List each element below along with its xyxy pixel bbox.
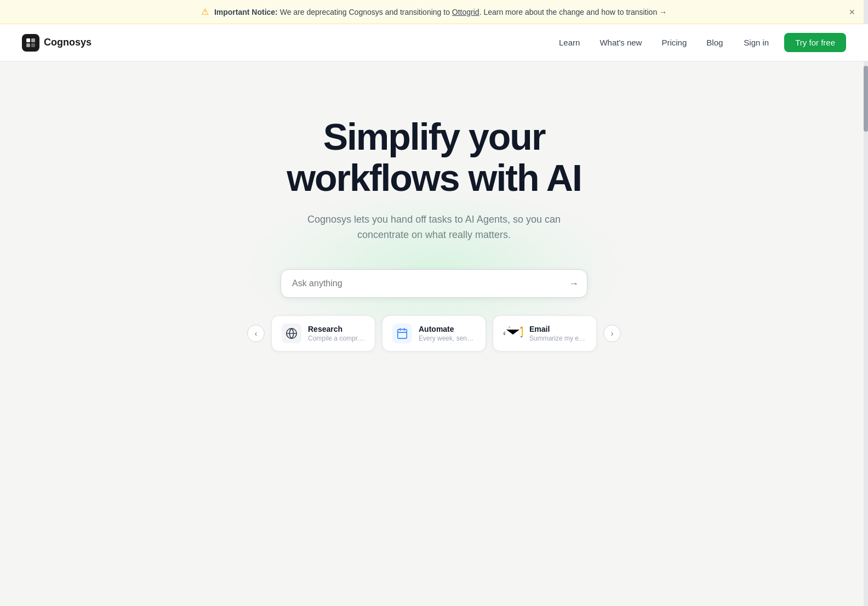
svg-rect-6 <box>398 330 407 339</box>
svg-rect-2 <box>26 43 30 47</box>
svg-rect-1 <box>31 38 35 42</box>
research-text: Research Compile a comprehensive.... <box>308 325 365 342</box>
logo[interactable]: Cognosys <box>22 34 92 52</box>
search-container: → <box>281 269 587 298</box>
nav-try-free-button[interactable]: Try for free <box>784 33 846 52</box>
nav-learn[interactable]: Learn <box>551 33 587 52</box>
warning-icon: ⚠ <box>201 7 209 17</box>
svg-rect-0 <box>26 38 30 42</box>
automate-icon <box>392 324 412 343</box>
notice-body: We are deprecating Cognosys and transiti… <box>280 8 452 16</box>
research-title: Research <box>308 325 365 333</box>
automate-desc: Every week, send me a... <box>419 335 476 342</box>
nav-whats-new[interactable]: What's new <box>592 33 649 52</box>
suggestion-card-automate[interactable]: Automate Every week, send me a... <box>382 315 486 352</box>
scrollbar[interactable] <box>864 0 868 606</box>
research-icon <box>282 324 301 343</box>
nav-pricing[interactable]: Pricing <box>654 33 694 52</box>
scrollbar-thumb[interactable] <box>864 66 868 132</box>
hero-section: Simplify your workflows with AI Cognosys… <box>0 61 868 384</box>
suggestions-row: ‹ Research Compile a comprehensive.... <box>247 315 621 352</box>
suggestions-prev-button[interactable]: ‹ <box>247 325 265 342</box>
automate-title: Automate <box>419 325 476 333</box>
email-text: Email Summarize my emails from... <box>529 325 586 342</box>
notice-suffix: . Learn more about the change and how to… <box>479 8 667 16</box>
notice-close-button[interactable]: × <box>847 5 857 19</box>
search-input[interactable] <box>281 269 587 298</box>
suggestion-card-research[interactable]: Research Compile a comprehensive.... <box>271 315 375 352</box>
hero-title: Simplify your workflows with AI <box>242 116 626 199</box>
email-title: Email <box>529 325 586 333</box>
nav-blog[interactable]: Blog <box>699 33 730 52</box>
automate-text: Automate Every week, send me a... <box>419 325 476 342</box>
ottogrid-link[interactable]: Ottogrid <box>452 8 479 16</box>
notice-banner: ⚠ Important Notice: We are deprecating C… <box>0 0 868 24</box>
logo-text: Cognosys <box>44 37 92 48</box>
email-icon <box>503 324 523 343</box>
search-submit-arrow[interactable]: → <box>569 278 579 290</box>
svg-rect-3 <box>31 43 35 47</box>
suggestion-card-email[interactable]: Email Summarize my emails from... <box>493 315 597 352</box>
nav-signin-button[interactable]: Sign in <box>735 33 778 52</box>
navbar: Cognosys Learn What's new Pricing Blog S… <box>0 24 868 61</box>
notice-content: ⚠ Important Notice: We are deprecating C… <box>201 7 667 17</box>
hero-subtitle: Cognosys lets you hand off tasks to AI A… <box>297 212 571 243</box>
email-desc: Summarize my emails from... <box>529 335 586 342</box>
notice-text: Important Notice: We are deprecating Cog… <box>214 8 667 16</box>
suggestions-next-button[interactable]: › <box>603 325 621 342</box>
nav-links: Learn What's new Pricing Blog Sign in Tr… <box>551 33 846 52</box>
research-desc: Compile a comprehensive.... <box>308 335 365 342</box>
logo-icon <box>22 34 39 52</box>
notice-prefix: Important Notice: <box>214 8 278 16</box>
